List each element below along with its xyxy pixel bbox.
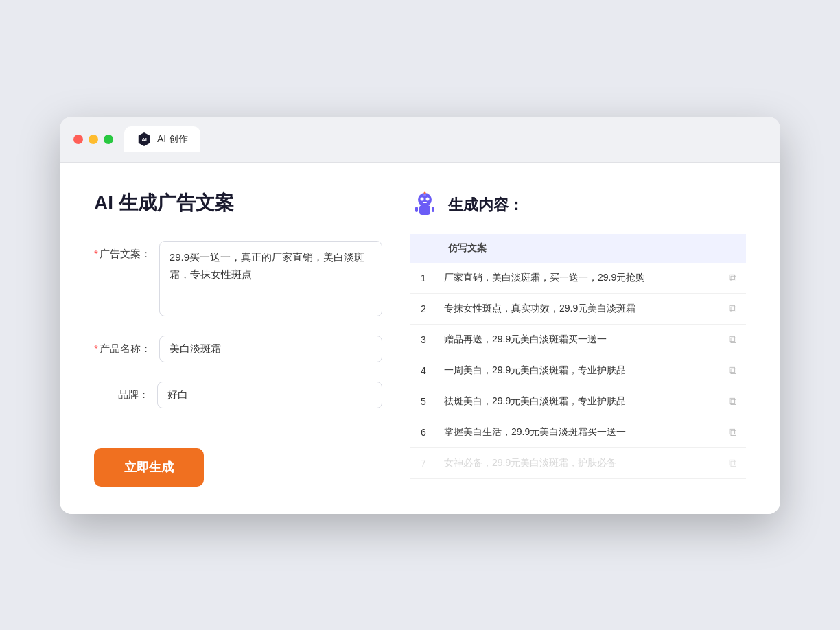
- copy-button[interactable]: ⧉: [719, 386, 746, 417]
- product-name-input[interactable]: 美白淡斑霜: [159, 336, 382, 362]
- copy-icon[interactable]: ⧉: [726, 301, 739, 316]
- svg-point-5: [426, 197, 430, 200]
- generate-button[interactable]: 立即生成: [94, 448, 204, 487]
- copy-button[interactable]: ⧉: [719, 263, 746, 294]
- table-row: 3赠品再送，29.9元美白淡斑霜买一送一⧉: [410, 324, 746, 355]
- brand-group: 品牌： 好白: [94, 382, 382, 408]
- row-text: 祛斑美白，29.9元美白淡斑霜，专业护肤品: [437, 386, 719, 417]
- result-table: 仿写文案 1厂家直销，美白淡斑霜，买一送一，29.9元抢购⧉2专抹女性斑点，真实…: [410, 234, 746, 479]
- tab-label: AI 创作: [157, 133, 188, 145]
- ad-copy-label: *广告文案：: [94, 241, 151, 261]
- svg-text:AI: AI: [141, 137, 147, 143]
- browser-titlebar: AI AI 创作: [60, 117, 780, 163]
- row-text: 女神必备，29.9元美白淡斑霜，护肤必备: [437, 447, 719, 478]
- copy-button[interactable]: ⧉: [719, 355, 746, 386]
- row-text: 厂家直销，美白淡斑霜，买一送一，29.9元抢购: [437, 263, 719, 294]
- row-text: 一周美白，29.9元美白淡斑霜，专业护肤品: [437, 355, 719, 386]
- product-name-label: *产品名称：: [94, 336, 151, 355]
- copy-button[interactable]: ⧉: [719, 447, 746, 478]
- brand-label: 品牌：: [94, 382, 149, 401]
- browser-content: AI 生成广告文案 *广告文案： 29.9买一送一，真正的厂家直销，美白淡斑霜，…: [60, 163, 780, 514]
- svg-rect-3: [419, 205, 430, 215]
- table-row: 1厂家直销，美白淡斑霜，买一送一，29.9元抢购⧉: [410, 263, 746, 294]
- row-number: 2: [410, 293, 437, 324]
- maximize-button[interactable]: [104, 135, 113, 144]
- row-number: 6: [410, 417, 437, 447]
- right-panel: 生成内容： 仿写文案 1厂家直销，美白淡斑霜，买一送一，29.9元抢购⧉2专抹女…: [410, 190, 746, 487]
- left-panel: AI 生成广告文案 *广告文案： 29.9买一送一，真正的厂家直销，美白淡斑霜，…: [94, 190, 382, 487]
- col-header-copy: [719, 234, 746, 263]
- svg-point-4: [421, 197, 424, 200]
- col-header-num: [410, 234, 437, 263]
- brand-input[interactable]: 好白: [157, 382, 382, 408]
- product-name-group: *产品名称： 美白淡斑霜: [94, 336, 382, 362]
- row-number: 5: [410, 386, 437, 417]
- table-row: 4一周美白，29.9元美白淡斑霜，专业护肤品⧉: [410, 355, 746, 386]
- svg-point-9: [424, 191, 426, 194]
- row-text: 专抹女性斑点，真实功效，29.9元美白淡斑霜: [437, 293, 719, 324]
- row-text: 赠品再送，29.9元美白淡斑霜买一送一: [437, 324, 719, 355]
- col-header-text: 仿写文案: [437, 234, 719, 263]
- copy-button[interactable]: ⧉: [719, 324, 746, 355]
- table-row: 5祛斑美白，29.9元美白淡斑霜，专业护肤品⧉: [410, 386, 746, 417]
- copy-icon[interactable]: ⧉: [726, 456, 739, 470]
- minimize-button[interactable]: [89, 135, 98, 144]
- row-number: 4: [410, 355, 437, 386]
- browser-tab[interactable]: AI AI 创作: [124, 126, 200, 152]
- ad-copy-group: *广告文案： 29.9买一送一，真正的厂家直销，美白淡斑霜，专抹女性斑点: [94, 241, 382, 316]
- copy-icon[interactable]: ⧉: [726, 425, 739, 439]
- row-text: 掌握美白生活，29.9元美白淡斑霜买一送一: [437, 417, 719, 447]
- table-row: 6掌握美白生活，29.9元美白淡斑霜买一送一⧉: [410, 417, 746, 447]
- svg-rect-6: [423, 202, 427, 203]
- page-title: AI 生成广告文案: [94, 190, 382, 216]
- copy-button[interactable]: ⧉: [719, 417, 746, 447]
- browser-window: AI AI 创作 AI 生成广告文案 *广告文案： 29.9买一送一，真正的厂家…: [60, 117, 780, 514]
- traffic-lights: [73, 135, 113, 144]
- copy-button[interactable]: ⧉: [719, 293, 746, 324]
- ai-tab-icon: AI: [137, 132, 152, 147]
- table-row: 7女神必备，29.9元美白淡斑霜，护肤必备⧉: [410, 447, 746, 478]
- required-star-ad: *: [94, 248, 98, 259]
- svg-rect-10: [415, 207, 418, 212]
- robot-icon: [410, 190, 440, 220]
- close-button[interactable]: [73, 135, 83, 144]
- row-number: 1: [410, 263, 437, 294]
- copy-icon[interactable]: ⧉: [726, 363, 739, 377]
- result-title: 生成内容：: [448, 195, 524, 215]
- copy-icon[interactable]: ⧉: [726, 394, 739, 408]
- ad-copy-input[interactable]: 29.9买一送一，真正的厂家直销，美白淡斑霜，专抹女性斑点: [159, 241, 382, 316]
- svg-rect-11: [432, 207, 434, 212]
- result-header: 生成内容：: [410, 190, 746, 220]
- copy-icon[interactable]: ⧉: [726, 332, 739, 347]
- row-number: 3: [410, 324, 437, 355]
- required-star-product: *: [94, 342, 98, 354]
- row-number: 7: [410, 447, 437, 478]
- table-row: 2专抹女性斑点，真实功效，29.9元美白淡斑霜⧉: [410, 293, 746, 324]
- copy-icon[interactable]: ⧉: [726, 270, 739, 285]
